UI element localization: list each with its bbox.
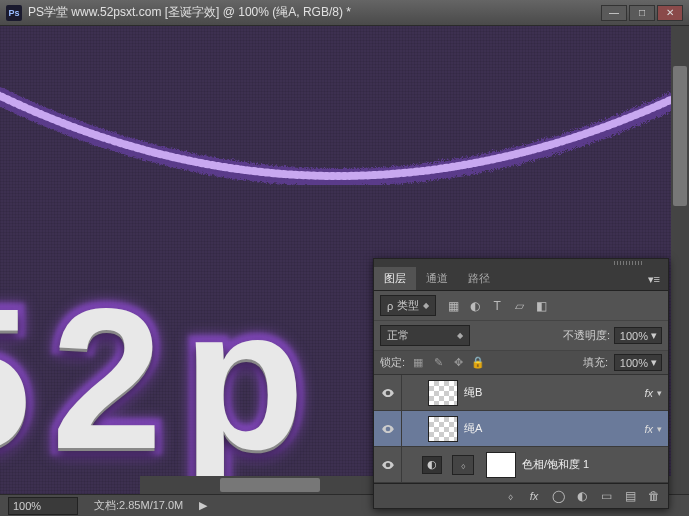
delete-icon[interactable]: 🗑: [646, 488, 662, 504]
vertical-scrollbar[interactable]: [671, 26, 689, 494]
filter-shape-icon[interactable]: ▱: [510, 297, 528, 315]
layer-thumbnail[interactable]: [428, 416, 458, 442]
blend-row: 正常◆ 不透明度: 100%▾: [374, 321, 668, 351]
layer-name[interactable]: 色相/饱和度 1: [522, 457, 668, 472]
layer-row[interactable]: ◐ ⬨ 色相/饱和度 1: [374, 447, 668, 483]
layer-name[interactable]: 绳B: [464, 385, 644, 400]
fx-icon[interactable]: fx: [526, 488, 542, 504]
visibility-toggle[interactable]: [374, 411, 402, 446]
filter-adjust-icon[interactable]: ◐: [466, 297, 484, 315]
chevron-down-icon[interactable]: ▾: [657, 424, 662, 434]
app-icon: Ps: [6, 5, 22, 21]
panel-menu-icon[interactable]: ▾≡: [640, 269, 668, 290]
filter-pixel-icon[interactable]: ▦: [444, 297, 462, 315]
lock-row: 锁定: ▦ ✎ ✥ 🔒 填充: 100%▾: [374, 351, 668, 375]
rope-artwork: [0, 26, 671, 246]
adjustment-layer-icon[interactable]: ◐: [574, 488, 590, 504]
lock-position-icon[interactable]: ✥: [451, 356, 465, 370]
panel-footer: ⬨ fx ◯ ◐ ▭ ▤ 🗑: [374, 483, 668, 508]
group-icon[interactable]: ▭: [598, 488, 614, 504]
link-layers-icon[interactable]: ⬨: [502, 488, 518, 504]
maximize-button[interactable]: □: [629, 5, 655, 21]
tab-paths[interactable]: 路径: [458, 267, 500, 290]
fill-label: 填充:: [583, 355, 608, 370]
mask-icon[interactable]: ◯: [550, 488, 566, 504]
visibility-toggle[interactable]: [374, 447, 402, 482]
titlebar: Ps PS学堂 www.52psxt.com [圣诞字效] @ 100% (绳A…: [0, 0, 689, 26]
visibility-toggle[interactable]: [374, 375, 402, 410]
layer-thumbnail[interactable]: [428, 380, 458, 406]
layer-name[interactable]: 绳A: [464, 421, 644, 436]
filter-smart-icon[interactable]: ◧: [532, 297, 550, 315]
layer-row[interactable]: 绳B fx ▾: [374, 375, 668, 411]
fill-field[interactable]: 100%▾: [614, 354, 662, 371]
adjustment-icon: ◐: [422, 456, 442, 474]
opacity-label: 不透明度:: [563, 328, 610, 343]
lock-paint-icon[interactable]: ✎: [431, 356, 445, 370]
status-chevron-icon[interactable]: ▶: [199, 499, 207, 512]
tab-layers[interactable]: 图层: [374, 267, 416, 290]
filter-kind-select[interactable]: ρ类型◆: [380, 295, 436, 316]
mask-thumbnail[interactable]: [486, 452, 516, 478]
fx-badge[interactable]: fx: [644, 387, 653, 399]
panel-tabs: 图层 通道 路径 ▾≡: [374, 267, 668, 291]
text-artwork: 5 2 p: [0, 264, 305, 494]
lock-label: 锁定:: [380, 355, 405, 370]
new-layer-icon[interactable]: ▤: [622, 488, 638, 504]
blend-mode-select[interactable]: 正常◆: [380, 325, 470, 346]
close-button[interactable]: ✕: [657, 5, 683, 21]
tab-channels[interactable]: 通道: [416, 267, 458, 290]
layers-panel: 图层 通道 路径 ▾≡ ρ类型◆ ▦ ◐ T ▱ ◧ 正常◆ 不透明度: 100…: [373, 258, 669, 509]
chevron-down-icon[interactable]: ▾: [657, 388, 662, 398]
doc-size-label: 文档:2.85M/17.0M: [94, 498, 183, 513]
filter-row: ρ类型◆ ▦ ◐ T ▱ ◧: [374, 291, 668, 321]
minimize-button[interactable]: —: [601, 5, 627, 21]
lock-all-icon[interactable]: 🔒: [471, 356, 485, 370]
filter-type-icon[interactable]: T: [488, 297, 506, 315]
link-icon[interactable]: ⬨: [452, 455, 474, 475]
layers-list: 绳B fx ▾ 绳A fx ▾ ◐ ⬨ 色相/饱和度 1: [374, 375, 668, 483]
lock-transparent-icon[interactable]: ▦: [411, 356, 425, 370]
fx-badge[interactable]: fx: [644, 423, 653, 435]
layer-row[interactable]: 绳A fx ▾: [374, 411, 668, 447]
window-title: PS学堂 www.52psxt.com [圣诞字效] @ 100% (绳A, R…: [28, 4, 601, 21]
zoom-field[interactable]: 100%: [8, 497, 78, 515]
panel-grip[interactable]: [374, 259, 668, 267]
opacity-field[interactable]: 100%▾: [614, 327, 662, 344]
